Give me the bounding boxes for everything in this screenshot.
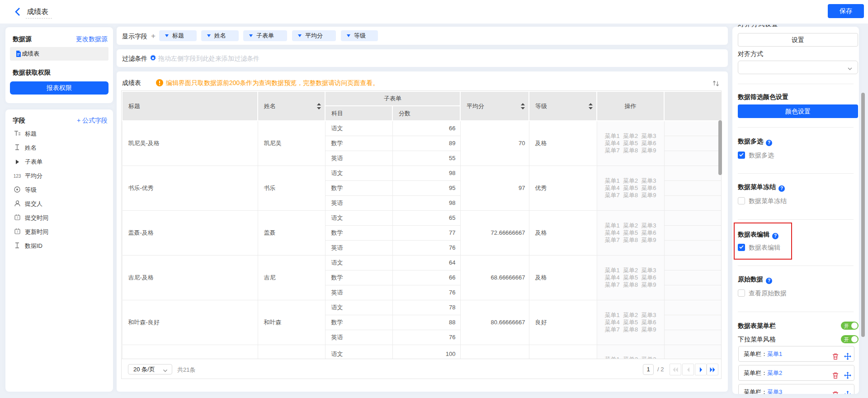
svg-text:7: 7 <box>16 230 18 233</box>
svg-text:7: 7 <box>16 216 18 219</box>
